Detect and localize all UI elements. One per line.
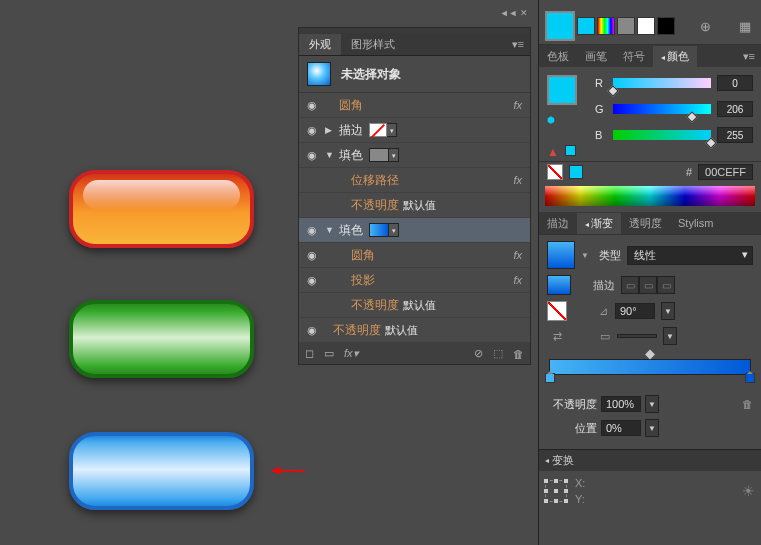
trash-icon[interactable]: 🗑 (513, 348, 524, 360)
visibility-toggle[interactable]: ◉ (305, 273, 319, 287)
visibility-toggle[interactable]: ◉ (305, 323, 319, 337)
row-round-corners[interactable]: ◉ 圆角 fx (299, 93, 530, 118)
fill-color-swatch[interactable] (547, 75, 577, 105)
tab-transparency[interactable]: 透明度 (621, 213, 670, 234)
fx-icon[interactable]: fx (513, 99, 522, 111)
gradient-slider[interactable] (549, 359, 751, 375)
collapse-icon[interactable]: ▼ (325, 225, 337, 235)
row-opacity-main[interactable]: ◉ 不透明度 默认值 (299, 318, 530, 343)
row-fill-1[interactable]: ◉ ▼ 填色 ▾ (299, 143, 530, 168)
hex-input[interactable]: 00CEFF (698, 164, 753, 180)
tab-swatches[interactable]: 色板 (539, 46, 577, 67)
expand-icon[interactable]: ▶ (325, 125, 337, 135)
tab-gradient[interactable]: ◂渐变 (577, 213, 621, 234)
fill-swatch-gradient[interactable] (369, 223, 389, 237)
gradient-stop-left[interactable] (545, 373, 555, 387)
row-opacity-1[interactable]: 不透明度 默认值 (299, 193, 530, 218)
add-fx-icon[interactable]: fx▾ (344, 347, 359, 360)
gradient-preview[interactable] (547, 241, 575, 269)
swatch[interactable] (657, 17, 675, 35)
preview-dropdown[interactable]: ▼ (581, 251, 589, 260)
visibility-toggle[interactable]: ◉ (305, 223, 319, 237)
stroke-none-swatch[interactable] (369, 123, 387, 137)
row-stroke[interactable]: ◉ ▶ 描边 ▾ (299, 118, 530, 143)
fill-swatch[interactable] (369, 148, 389, 162)
row-opacity-2[interactable]: 不透明度 默认值 (299, 293, 530, 318)
swatch[interactable] (637, 17, 655, 35)
color-spectrum[interactable] (545, 186, 755, 206)
tab-graphic-styles[interactable]: 图形样式 (341, 34, 405, 55)
layer-icon[interactable]: ▭ (324, 347, 334, 360)
reference-point-selector[interactable] (545, 480, 567, 502)
fill-stroke-control[interactable]: ⬢ ▲ (547, 75, 585, 157)
g-label: G (595, 103, 607, 115)
r-slider[interactable] (613, 78, 711, 88)
g-slider[interactable] (613, 104, 711, 114)
panel-icon[interactable]: ▦ (735, 19, 755, 34)
home-icon[interactable]: ⬢ (547, 115, 555, 125)
tab-transform[interactable]: 变换 (552, 453, 574, 468)
swatch-dropdown[interactable]: ▾ (389, 148, 399, 162)
stop-location-input[interactable]: 0% (601, 420, 641, 436)
angle-input[interactable]: 90° (615, 303, 655, 319)
in-gamut-swatch[interactable] (565, 145, 576, 156)
new-art-basic-icon[interactable]: ◻ (305, 347, 314, 360)
swatch[interactable] (617, 17, 635, 35)
sun-icon[interactable]: ☀ (742, 483, 755, 499)
row-drop-shadow[interactable]: ◉ 投影 fx (299, 268, 530, 293)
tab-stroke[interactable]: 描边 (539, 213, 577, 234)
gradient-midpoint[interactable] (645, 350, 655, 360)
sample-button-green (69, 300, 254, 378)
panel-menu-icon[interactable]: ▾≡ (737, 50, 761, 63)
fx-icon[interactable]: fx (513, 274, 522, 286)
tab-stylism[interactable]: Stylism (670, 214, 721, 232)
g-value-input[interactable]: 206 (717, 101, 753, 117)
visibility-toggle[interactable]: ◉ (305, 123, 319, 137)
gradient-bar[interactable] (549, 359, 751, 375)
stroke-across-icon[interactable]: ▭ (657, 276, 675, 294)
swatch[interactable] (577, 17, 595, 35)
clear-icon[interactable]: ⊘ (474, 347, 483, 360)
visibility-toggle[interactable]: ◉ (305, 98, 319, 112)
opacity-dropdown[interactable]: ▼ (645, 395, 659, 413)
reverse-gradient-icon[interactable]: ⇄ (551, 330, 563, 342)
panel-controls[interactable]: ◄◄ ✕ (500, 8, 528, 18)
swatch-spectrum[interactable] (597, 17, 615, 35)
r-value-input[interactable]: 0 (717, 75, 753, 91)
stroke-along-icon[interactable]: ▭ (639, 276, 657, 294)
row-round-2[interactable]: ◉ 圆角 fx (299, 243, 530, 268)
stroke-none-swatch[interactable] (547, 301, 567, 321)
tab-symbols[interactable]: 符号 (615, 46, 653, 67)
last-color-swatch[interactable] (569, 165, 583, 179)
fx-icon[interactable]: fx (513, 249, 522, 261)
row-offset-path[interactable]: 位移路径 fx (299, 168, 530, 193)
swatch-dropdown[interactable]: ▾ (387, 123, 397, 137)
fx-icon[interactable]: fx (513, 174, 522, 186)
visibility-toggle[interactable]: ◉ (305, 148, 319, 162)
tab-brushes[interactable]: 画笔 (577, 46, 615, 67)
tab-color[interactable]: ◂颜色 (653, 46, 697, 67)
type-select[interactable]: 线性▾ (627, 246, 753, 265)
location-dropdown[interactable]: ▼ (645, 419, 659, 437)
visibility-toggle[interactable]: ◉ (305, 248, 319, 262)
trash-icon[interactable]: 🗑 (741, 398, 753, 410)
row-fill-2-selected[interactable]: ◉ ▼ 填色 ▾ (299, 218, 530, 243)
duplicate-icon[interactable]: ⬚ (493, 347, 503, 360)
b-slider[interactable] (613, 130, 711, 140)
tab-appearance[interactable]: 外观 (299, 34, 341, 55)
b-value-input[interactable]: 255 (717, 127, 753, 143)
stop-opacity-input[interactable]: 100% (601, 396, 641, 412)
collapse-icon[interactable]: ▼ (325, 150, 337, 160)
none-color-swatch[interactable] (547, 164, 563, 180)
gradient-fill-swatch[interactable] (547, 275, 571, 295)
gradient-stop-right[interactable] (745, 373, 755, 387)
color-guide-icon[interactable]: ⊕ (696, 19, 715, 34)
swatch-dropdown[interactable]: ▾ (389, 223, 399, 237)
aspect-input (617, 334, 657, 338)
panel-menu-icon[interactable]: ▾≡ (506, 38, 530, 51)
stroke-within-icon[interactable]: ▭ (621, 276, 639, 294)
active-color-swatch[interactable] (545, 11, 575, 41)
aspect-dropdown[interactable]: ▼ (663, 327, 677, 345)
angle-dropdown[interactable]: ▼ (661, 302, 675, 320)
canvas-area (0, 0, 300, 545)
